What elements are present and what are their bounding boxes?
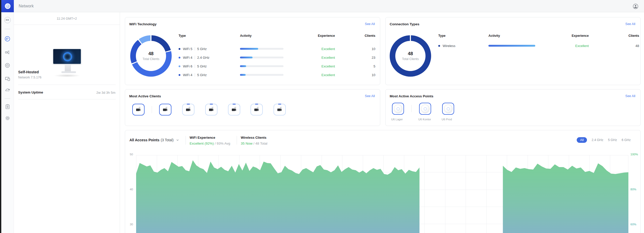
experience-value: Excellent <box>299 47 335 51</box>
type-label: WiFi 6 <box>183 64 192 68</box>
laptop-icon <box>162 106 169 113</box>
type-label: WiFi 5 <box>183 47 192 51</box>
card-title: WiFi Technology <box>129 22 157 26</box>
devices-icon <box>4 76 11 82</box>
sidebar-divider <box>5 98 10 99</box>
sidebar-item-hotspot[interactable] <box>4 86 11 94</box>
radio-icon <box>4 62 10 68</box>
unifi-logo[interactable] <box>1 0 14 12</box>
donut-total: 48 <box>408 51 413 56</box>
sidebar-item-settings[interactable] <box>4 114 11 122</box>
wireless-clients-value: 35 Now / 48 Total <box>241 142 267 145</box>
laptop-icon <box>208 106 215 113</box>
type-label: Wireless <box>443 44 455 48</box>
selector-label: All Access Points <box>129 138 159 142</box>
sidebar-item-devices[interactable] <box>4 75 11 83</box>
client-tile[interactable] <box>250 104 263 115</box>
band-2-4ghz[interactable]: 2.4 GHz <box>592 138 603 142</box>
col-experience: Experience <box>299 34 335 38</box>
client-tile[interactable] <box>132 104 145 115</box>
sidebar-item-site-avatar[interactable]: BB <box>4 16 11 24</box>
sidebar-item-journal[interactable] <box>4 103 11 110</box>
activity-bar <box>240 65 283 67</box>
client-tile[interactable] <box>205 104 217 115</box>
client-tile[interactable] <box>159 104 171 115</box>
y-axis-right-tick: 60% <box>630 223 636 226</box>
journal-icon <box>5 104 10 110</box>
access-point-icon <box>4 87 11 93</box>
card-title: Connection Types <box>390 22 419 26</box>
clients-value: 10 <box>350 73 375 77</box>
sidebar-item-dashboard[interactable] <box>4 35 11 43</box>
connection-types-donut: 48 Total Clients <box>390 35 431 77</box>
uptime-label: System Uptime <box>18 90 43 94</box>
console-glow-ring <box>63 52 72 61</box>
clients-value: 23 <box>350 56 375 60</box>
area-segment <box>503 163 628 233</box>
laptop-icon <box>253 106 260 113</box>
see-all-link[interactable]: See All <box>365 94 375 98</box>
laptop-icon <box>231 106 237 113</box>
wireless-clients-title: Wireless Clients <box>241 136 266 139</box>
laptop-icon <box>135 106 142 113</box>
clients-chart-card: All Access Points (3 Total) WiFi Experie… <box>125 130 641 233</box>
type-dot <box>179 65 180 67</box>
type-dot <box>179 57 180 59</box>
donut-total-label: Total Clients <box>143 57 159 61</box>
access-point-tile[interactable] <box>392 103 404 115</box>
wireless-clients-area-chart[interactable] <box>136 155 628 233</box>
sidebar: BB <box>1 12 14 233</box>
client-tile[interactable] <box>228 104 240 115</box>
clients-value: 10 <box>350 47 375 51</box>
band-label: 2.4 GHz <box>197 56 210 60</box>
client-tile[interactable] <box>182 104 194 115</box>
ap-selector-dropdown[interactable]: All Access Points (3 Total) <box>129 138 179 142</box>
y-axis-left-tick: 40 <box>125 188 133 191</box>
laptop-icon <box>185 106 192 113</box>
see-all-link[interactable]: See All <box>625 94 635 98</box>
sidebar-item-radios[interactable] <box>4 62 11 69</box>
access-point-label: U6 Lager <box>391 118 407 121</box>
access-point-image <box>394 104 402 113</box>
see-all-link[interactable]: See All <box>625 22 635 26</box>
sidebar-divider <box>5 29 10 29</box>
most-active-access-points-card: Most Active Access Points See All U6 Lag… <box>385 89 641 126</box>
account-icon[interactable] <box>633 4 638 9</box>
access-point-tile[interactable] <box>442 103 454 115</box>
type-label: WiFi 4 <box>183 56 192 60</box>
band-6ghz[interactable]: 6 GHz <box>622 138 631 142</box>
console-version: Network 7.5.176 <box>18 76 41 79</box>
table-row: WiFi 42.4 GHz Excellent 23 <box>179 55 376 60</box>
page-title: Network <box>19 0 34 12</box>
y-axis-left-tick: 30 <box>125 223 133 226</box>
most-active-clients-card: Most Active Clients See All <box>125 89 380 126</box>
console-panel: 11:24 GMT+2 Self-Hosted Network 7.5.176 … <box>14 12 120 233</box>
table-row: Wireless Excellent 48 <box>438 43 639 48</box>
band-filter: All 2.4 GHz 5 GHz 6 GHz <box>577 137 631 143</box>
access-point-image <box>444 104 453 113</box>
type-dot <box>179 48 180 50</box>
top-bar: Network <box>0 0 644 12</box>
unifi-network-dashboard: Network BB <box>0 0 644 233</box>
clients-value: 48 <box>614 44 639 48</box>
band-all[interactable]: All <box>577 137 587 143</box>
client-tile[interactable] <box>274 104 286 115</box>
col-clients: Clients <box>350 34 375 38</box>
activity-bar <box>240 48 283 50</box>
access-point-label: U6 Prod <box>442 118 457 121</box>
col-activity: Activity <box>240 34 252 38</box>
card-title: Most Active Access Points <box>390 94 433 98</box>
access-point-tile[interactable] <box>419 103 431 115</box>
local-time: 11:24 GMT+2 <box>14 12 120 25</box>
see-all-link[interactable]: See All <box>365 22 375 26</box>
donut-total-label: Total Clients <box>402 57 419 61</box>
unifi-logo-ring <box>5 3 10 9</box>
experience-value: Excellent <box>299 73 335 77</box>
card-title: Most Active Clients <box>129 94 161 98</box>
activity-bar <box>240 57 283 59</box>
band-5ghz[interactable]: 5 GHz <box>608 138 617 142</box>
sidebar-item-topology[interactable] <box>4 49 11 56</box>
type-label: WiFi 4 <box>183 73 192 77</box>
type-dot <box>438 45 440 47</box>
donut-total: 48 <box>148 51 154 56</box>
